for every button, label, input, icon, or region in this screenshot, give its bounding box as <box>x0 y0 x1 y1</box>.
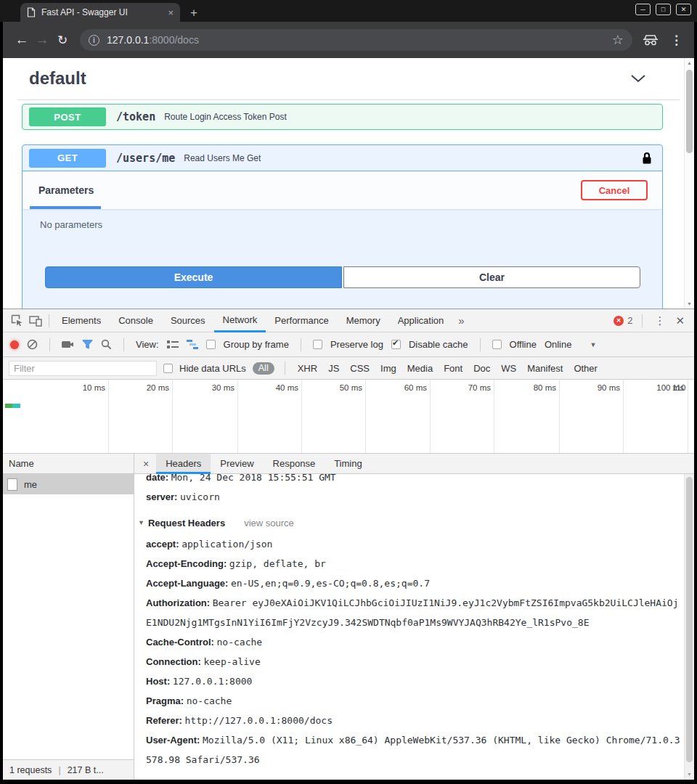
waterfall-bar[interactable] <box>5 404 20 408</box>
filter-type-all[interactable]: All <box>253 362 274 375</box>
more-tabs-icon[interactable]: » <box>452 314 470 327</box>
divider <box>49 314 49 327</box>
endpoint-post-token[interactable]: POST /token Route Login Access Token Pos… <box>22 104 663 130</box>
search-icon[interactable] <box>101 339 112 350</box>
filter-input[interactable] <box>9 361 157 376</box>
filter-type-css[interactable]: CSS <box>348 363 372 374</box>
tab-elements[interactable]: Elements <box>53 309 110 332</box>
minimize-button[interactable]: ─ <box>635 4 651 15</box>
hide-data-urls-checkbox[interactable] <box>163 364 173 373</box>
forward-icon[interactable]: → <box>32 32 52 48</box>
disable-cache-checkbox[interactable] <box>391 340 401 349</box>
filter-type-media[interactable]: Media <box>405 363 435 374</box>
filter-icon[interactable] <box>82 340 93 349</box>
headers-content: date: Mon, 24 Dec 2018 15:55:51 GMT serv… <box>134 474 694 780</box>
preserve-log-checkbox[interactable] <box>313 340 322 349</box>
detail-scrollbar[interactable]: ▼ <box>684 474 694 780</box>
browser-toolbar: ← → ↻ i 127.0.0.1:8000/docs ☆ ⋮ <box>3 22 694 58</box>
header-key: Host: <box>146 676 170 687</box>
view-source-link[interactable]: view source <box>244 513 294 533</box>
view-waterfall-icon[interactable] <box>187 340 198 349</box>
reload-icon[interactable]: ↻ <box>52 33 73 48</box>
get-endpoint-header[interactable]: GET /users/me Read Users Me Get <box>23 145 662 171</box>
request-headers-section[interactable]: ▼ Request Headers view source <box>134 513 683 533</box>
request-name: me <box>24 479 37 490</box>
scroll-down-icon[interactable]: ▼ <box>685 772 694 777</box>
filter-type-xhr[interactable]: XHR <box>295 363 319 374</box>
capture-screenshots-icon[interactable] <box>62 340 74 349</box>
filter-type-img[interactable]: Img <box>378 363 399 374</box>
offline-label: Offline <box>510 339 537 350</box>
detail-tab-timing[interactable]: Timing <box>325 454 372 474</box>
header-key: Accept-Language: <box>146 578 228 589</box>
scroll-down-icon[interactable]: ▼ <box>685 301 694 306</box>
view-list-icon[interactable] <box>167 340 179 349</box>
tab-console[interactable]: Console <box>110 309 162 332</box>
tab-network[interactable]: Network <box>214 309 266 332</box>
devtools-tabbar: Elements Console Sources Network Perform… <box>3 309 694 332</box>
tab-memory[interactable]: Memory <box>338 309 389 332</box>
scroll-up-icon[interactable]: ▲ <box>685 60 694 65</box>
collapse-caret-icon[interactable]: ▼ <box>138 513 144 533</box>
filter-type-manifest[interactable]: Manifest <box>525 363 565 374</box>
bookmark-star-icon[interactable]: ☆ <box>612 32 624 48</box>
tab-performance[interactable]: Performance <box>266 309 337 332</box>
devtools-menu-icon[interactable]: ⋮ <box>652 314 667 327</box>
filter-type-js[interactable]: JS <box>326 363 341 374</box>
address-bar[interactable]: i 127.0.0.1:8000/docs ☆ <box>80 29 632 51</box>
header-key: Cache-Control: <box>146 637 214 648</box>
filter-type-doc[interactable]: Doc <box>471 363 492 374</box>
browser-tab[interactable]: Fast API - Swagger UI × <box>20 3 180 22</box>
post-method-badge: POST <box>29 107 106 126</box>
request-header-row: accept: application/json <box>134 534 683 554</box>
site-info-icon[interactable]: i <box>89 35 99 46</box>
devtools-close-icon[interactable]: ✕ <box>673 314 687 327</box>
detail-tab-preview[interactable]: Preview <box>211 454 263 474</box>
page-scrollbar-thumb[interactable] <box>686 70 693 153</box>
inspect-element-icon[interactable] <box>7 311 26 330</box>
new-tab-button[interactable]: + <box>190 7 197 19</box>
divider <box>123 338 124 351</box>
filter-type-ws[interactable]: WS <box>499 363 518 374</box>
tab-close-icon[interactable]: × <box>168 7 174 18</box>
header-key: Connection: <box>146 656 201 667</box>
filter-type-font[interactable]: Font <box>441 363 465 374</box>
tab-sources[interactable]: Sources <box>162 309 214 332</box>
request-header-row: Cache-Control: no-cache <box>134 632 683 652</box>
detail-close-icon[interactable]: × <box>134 458 156 470</box>
record-icon[interactable] <box>10 340 19 349</box>
cancel-button[interactable]: Cancel <box>581 180 648 200</box>
auth-lock-icon[interactable] <box>642 152 652 165</box>
page-scrollbar[interactable]: ▲ ▼ <box>684 58 694 309</box>
detail-tab-response[interactable]: Response <box>264 454 325 474</box>
divider <box>480 338 481 351</box>
header-value: Mon, 24 Dec 2018 15:55:51 GMT <box>171 474 336 483</box>
request-row-me[interactable]: me <box>3 474 134 494</box>
clear-icon[interactable] <box>27 339 38 350</box>
name-column-header[interactable]: Name <box>3 454 134 474</box>
transferred-size: 217 B t... <box>68 765 104 775</box>
network-timeline[interactable]: 10 ms 20 ms 30 ms 40 ms 50 ms 60 ms 70 m… <box>3 380 694 454</box>
header-key: accept: <box>146 539 179 550</box>
execute-button[interactable]: Execute <box>45 266 342 288</box>
back-icon[interactable]: ← <box>12 32 32 48</box>
tab-application[interactable]: Application <box>389 309 453 332</box>
device-toolbar-icon[interactable] <box>26 311 45 330</box>
dropdown-caret-icon[interactable]: ▼ <box>590 341 596 348</box>
offline-checkbox[interactable] <box>492 340 502 349</box>
browser-menu-icon[interactable]: ⋮ <box>667 33 685 48</box>
tab-title: Fast API - Swagger UI <box>41 7 168 17</box>
timeline-tick: 90 ms <box>556 383 620 392</box>
document-icon <box>7 478 17 491</box>
group-by-frame-checkbox[interactable] <box>206 340 216 349</box>
detail-tab-headers[interactable]: Headers <box>156 454 211 474</box>
filter-type-other[interactable]: Other <box>571 363 600 374</box>
throttling-dropdown[interactable]: Online <box>545 339 572 350</box>
clear-button[interactable]: Clear <box>343 266 640 288</box>
chevron-down-icon[interactable] <box>630 74 646 83</box>
detail-scrollbar-thumb[interactable] <box>686 477 693 762</box>
error-badge[interactable]: ✕ 2 <box>614 315 632 326</box>
maximize-button[interactable]: □ <box>656 4 671 15</box>
error-count: 2 <box>627 315 632 326</box>
close-button[interactable]: ✕ <box>676 4 691 15</box>
